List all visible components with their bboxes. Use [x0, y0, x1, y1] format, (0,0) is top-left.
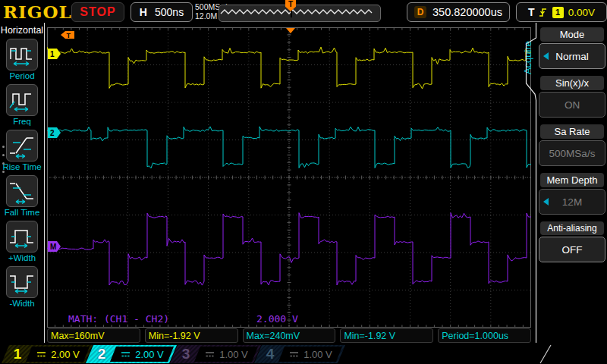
delay-value: 350.820000us — [432, 6, 502, 18]
run-state-badge[interactable]: STOP — [71, 2, 124, 22]
measurement-ch2-min: Min=-1.92 V — [340, 328, 433, 343]
measure-label: Freq — [13, 117, 31, 126]
measure-label: Period — [9, 71, 34, 80]
acquire-menu: Mode Normal Sin(x)/x ON Sa Rate 500MSa/s… — [539, 27, 605, 262]
menu-item-label: Sin(x)/x — [540, 76, 604, 90]
run-state-label: STOP — [80, 5, 115, 19]
delay-label: D — [414, 6, 426, 18]
channel-scale-box: 2.00 V — [26, 347, 90, 362]
channel-2-status[interactable]: 2 2.00 V — [86, 345, 177, 363]
measure-label: Rise Time — [2, 162, 41, 171]
channel-1-status[interactable]: 1 2.00 V — [2, 345, 93, 363]
horizontal-label: H — [140, 6, 147, 18]
math-expression-label: MATH: (CH1 - CH2) — [68, 313, 169, 325]
fall-time-icon — [6, 175, 38, 207]
channel-scale-box: 1.00 V — [278, 347, 342, 362]
waveform-display[interactable]: 12MT — [47, 27, 531, 328]
horizontal-measure-sidebar: Horizontal Period Freq Rise Time Fall Ti… — [0, 23, 44, 343]
measurement-bar: Max=160mV Min=-1.92 V Max=240mV Min=-1.9… — [47, 328, 531, 343]
delay-badge[interactable]: D 350.820000us — [407, 2, 510, 22]
sidebar-title: Horizontal — [1, 25, 43, 36]
rigol-logo: RIGOL — [3, 2, 72, 22]
svg-text:2: 2 — [50, 129, 55, 137]
pos-width-icon — [6, 221, 38, 253]
trigger-label: T — [528, 6, 535, 18]
memory-position-bar[interactable] — [219, 5, 381, 22]
channel-scale-box: 1.00 V — [194, 347, 258, 362]
svg-text:T: T — [67, 32, 71, 39]
rise-time-icon — [6, 130, 38, 162]
menu-item-value: 12M — [539, 189, 605, 215]
math-scale-label: 2.000 V — [256, 313, 298, 325]
measure-item-fall-time[interactable]: Fall Time — [5, 175, 40, 217]
measurement-ch2-max: Max=240mV — [243, 328, 336, 343]
trigger-badge[interactable]: T 1 0.00V — [516, 2, 607, 22]
rising-edge-icon — [539, 6, 548, 18]
menu-item-label: Mode — [540, 27, 604, 42]
measure-item-period[interactable]: Period — [6, 39, 38, 80]
page-indicator-dot — [2, 146, 5, 148]
freq-icon — [6, 84, 38, 116]
oscilloscope-screen: RIGOL STOP H 500ns 500MSa/s 12.0M pts T … — [0, 0, 607, 364]
measure-item-pos-width[interactable]: +Width — [6, 221, 38, 262]
page-indicator-dot — [2, 154, 5, 156]
timebase-value: 500ns — [155, 6, 184, 18]
menu-item-label: Mem Depth — [540, 173, 604, 187]
channel-number: 4 — [262, 346, 278, 362]
svg-text:M: M — [50, 243, 56, 251]
measure-item-rise-time[interactable]: Rise Time — [2, 130, 41, 171]
dc-coupling-icon — [204, 350, 215, 358]
menu-item-value: ON — [539, 92, 605, 118]
dc-coupling-icon — [36, 350, 47, 358]
dc-coupling-icon — [288, 350, 300, 358]
channel-scale-box: 2.00 V — [110, 347, 174, 362]
measure-item-neg-width[interactable]: -Width — [6, 266, 38, 308]
page-indicator-dot — [2, 171, 5, 173]
menu-item-mode[interactable]: Mode Normal — [539, 27, 605, 69]
trigger-source-badge: 1 — [552, 7, 564, 18]
channel-status-bar: 1 2.00 V 2 2.00 V 3 1.00 V 4 1.00 V — [0, 344, 607, 364]
page-indicator-dot — [2, 162, 5, 165]
channel-number: 1 — [9, 346, 26, 362]
svg-text:1: 1 — [50, 50, 55, 58]
measurement-ch1-min: Min=-1.92 V — [145, 328, 238, 343]
memory-wave-icon — [219, 5, 379, 20]
menu-item-label: Anti-aliasing — [540, 221, 604, 235]
menu-item-sinx[interactable]: Sin(x)/x ON — [539, 76, 605, 118]
menu-item-mem-depth[interactable]: Mem Depth 12M — [539, 173, 605, 215]
left-arrow-icon — [543, 52, 549, 60]
menu-item-label: Sa Rate — [540, 124, 604, 139]
left-arrow-icon — [543, 198, 549, 206]
measure-label: +Width — [8, 253, 36, 262]
menu-item-sa-rate[interactable]: Sa Rate 500MSa/s — [539, 124, 605, 166]
menu-item-value: OFF — [539, 237, 605, 262]
neg-width-icon — [6, 266, 38, 298]
trigger-position-triangle — [286, 28, 295, 33]
channel-number: 3 — [178, 346, 194, 362]
menu-item-value: 500MSa/s — [539, 140, 605, 166]
trigger-level-value: 0.00V — [568, 7, 595, 18]
measurement-ch2-period: Period=1.000us — [438, 328, 531, 343]
timebase-badge[interactable]: H 500ns — [131, 2, 193, 22]
period-icon — [6, 39, 38, 71]
measurement-ch1-max: Max=160mV — [47, 328, 140, 343]
measure-item-freq[interactable]: Freq — [6, 84, 38, 126]
channel-number: 2 — [93, 346, 110, 362]
menu-tab-acquire[interactable]: Acquire — [522, 41, 533, 74]
measure-label: -Width — [9, 299, 34, 308]
channel-4-status[interactable]: 4 1.00 V — [254, 345, 345, 363]
measure-label: Fall Time — [5, 208, 40, 217]
dc-coupling-icon — [120, 350, 131, 358]
menu-item-anti-aliasing[interactable]: Anti-aliasing OFF — [539, 221, 605, 262]
channel-3-status[interactable]: 3 1.00 V — [170, 345, 261, 363]
menu-item-value: Normal — [539, 43, 605, 69]
